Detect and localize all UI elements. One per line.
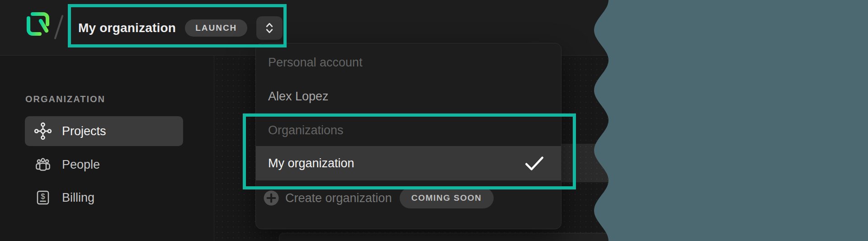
check-icon [524, 154, 545, 172]
org-switcher-dropdown: Personal account Alex Lopez Organization… [255, 43, 561, 229]
sidebar: ORGANIZATION Projects [0, 56, 214, 241]
sidebar-item-label: Projects [62, 124, 106, 138]
wave-shape [594, 0, 868, 241]
org-switcher[interactable]: My organization LAUNCH [78, 0, 283, 56]
sidebar-section-label: ORGANIZATION [25, 94, 105, 104]
wave-edge-overlay [580, 0, 868, 241]
background-card-edge [279, 233, 623, 241]
menu-item-label: Create organization [285, 191, 392, 205]
org-switcher-toggle[interactable] [256, 16, 283, 40]
neon-logo-icon[interactable] [26, 12, 50, 36]
menu-item-alex-lopez[interactable]: Alex Lopez [268, 89, 329, 104]
plus-circle-icon [263, 190, 279, 206]
sidebar-item-projects[interactable]: Projects [25, 116, 183, 146]
people-icon [34, 156, 52, 174]
dropdown-header-personal-account: Personal account [268, 55, 363, 70]
breadcrumb-separator [54, 15, 63, 39]
org-name: My organization [78, 21, 176, 35]
menu-item-create-organization[interactable]: Create organization COMING SOON [263, 188, 494, 208]
sidebar-item-label: Billing [62, 191, 94, 205]
sidebar-item-label: People [62, 158, 100, 172]
svg-text:$: $ [41, 192, 45, 201]
sidebar-item-people[interactable]: People [25, 150, 183, 180]
coming-soon-badge: COMING SOON [400, 188, 494, 208]
menu-item-my-organization[interactable]: My organization [256, 146, 561, 180]
menu-item-label: My organization [268, 156, 354, 170]
projects-icon [34, 122, 52, 140]
chevron-up-down-icon [263, 21, 276, 35]
sidebar-item-billing[interactable]: $ Billing [25, 183, 183, 213]
billing-icon: $ [34, 189, 52, 207]
launch-badge: LAUNCH [185, 19, 247, 37]
sidebar-divider [214, 56, 214, 241]
dropdown-header-organizations: Organizations [268, 123, 344, 138]
